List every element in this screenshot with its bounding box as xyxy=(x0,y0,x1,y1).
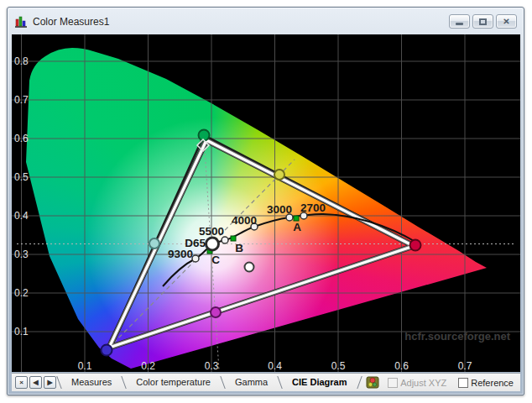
x-tick: 0.7 xyxy=(458,360,472,372)
y-tick: 0.5 xyxy=(14,171,29,183)
green-primary-marker xyxy=(199,130,210,141)
reference-label[interactable]: Reference xyxy=(471,378,514,388)
label-5500: 5500 xyxy=(199,225,224,238)
cyan-secondary-marker xyxy=(149,238,159,249)
tabstrip-close-button[interactable]: × xyxy=(15,376,28,389)
color-measures-window: Color Measures1 ✕ xyxy=(7,7,524,395)
y-tick: 0.6 xyxy=(14,133,29,144)
x-tick: 0.1 xyxy=(78,360,92,372)
tab-separator-end xyxy=(357,376,362,389)
label-b: B xyxy=(235,242,243,254)
label-2700: 2700 xyxy=(300,202,326,214)
titlebar[interactable]: Color Measures1 ✕ xyxy=(8,8,523,34)
y-tick: 0.7 xyxy=(14,94,29,106)
restore-icon xyxy=(479,18,487,25)
5500k-marker xyxy=(222,237,228,243)
tab-cie-diagram[interactable]: CIE Diagram xyxy=(282,375,357,390)
magenta-secondary-marker xyxy=(211,307,221,317)
tab-measures[interactable]: Measures xyxy=(61,375,122,390)
label-c: C xyxy=(211,254,220,266)
y-tick: 0.4 xyxy=(14,210,29,222)
minimize-icon xyxy=(456,23,463,25)
tab-color-temperature[interactable]: Color temperature xyxy=(126,375,221,390)
label-9300: 9300 xyxy=(168,248,193,260)
reference-checkbox[interactable] xyxy=(458,378,468,388)
illuminant-b-marker xyxy=(231,236,236,241)
window-title: Color Measures1 xyxy=(33,16,109,28)
restore-button[interactable] xyxy=(472,14,493,29)
measured-point-marker xyxy=(245,263,254,272)
label-a: A xyxy=(293,221,301,233)
minimize-button[interactable] xyxy=(449,14,470,29)
y-tick: 0.8 xyxy=(14,55,29,67)
close-icon: ✕ xyxy=(503,18,509,26)
cie-overlay: hcfr.sourceforge.net 0.8 0.7 0.6 0.5 0.4… xyxy=(12,34,520,372)
close-button[interactable]: ✕ xyxy=(496,14,517,29)
x-axis-ticks: 0.1 0.2 0.3 0.4 0.5 0.6 0.7 xyxy=(78,360,472,372)
9300k-marker xyxy=(192,255,199,262)
sensor-icon xyxy=(366,376,379,389)
red-primary-marker xyxy=(410,240,421,251)
x-tick: 0.3 xyxy=(205,360,219,372)
cie-diagram-canvas: hcfr.sourceforge.net 0.8 0.7 0.6 0.5 0.4… xyxy=(12,34,520,372)
x-tick: 0.2 xyxy=(141,360,155,372)
app-icon xyxy=(14,15,28,29)
y-tick: 0.3 xyxy=(14,249,29,260)
y-tick: 0.1 xyxy=(14,326,29,338)
d65-white-point-marker xyxy=(206,238,219,250)
tab-strip: × ◀ ▶ Measures Color temperature Gamma C… xyxy=(12,373,520,391)
yellow-secondary-marker xyxy=(274,170,284,180)
screen: Color Measures1 ✕ xyxy=(0,0,532,403)
adjust-xyz-checkbox xyxy=(388,378,398,388)
point-labels: 9300 5500 D65 4000 3000 2700 A B C xyxy=(168,202,326,266)
caption-buttons: ✕ xyxy=(449,14,517,29)
blue-primary-marker xyxy=(102,345,112,356)
tabstrip-prev-button[interactable]: ◀ xyxy=(29,376,42,389)
tab-gamma[interactable]: Gamma xyxy=(225,375,278,390)
watermark: hcfr.sourceforge.net xyxy=(404,330,510,343)
x-tick: 0.6 xyxy=(394,360,409,372)
adjust-xyz-label: Adjust XYZ xyxy=(400,378,446,388)
y-tick: 0.2 xyxy=(14,287,29,299)
x-tick: 0.5 xyxy=(331,360,346,372)
reference-markers xyxy=(102,130,421,356)
tabstrip-next-button[interactable]: ▶ xyxy=(44,376,56,389)
x-tick: 0.4 xyxy=(268,360,282,372)
label-4000: 4000 xyxy=(232,214,257,227)
label-3000: 3000 xyxy=(267,203,292,216)
label-d65: D65 xyxy=(185,237,206,249)
